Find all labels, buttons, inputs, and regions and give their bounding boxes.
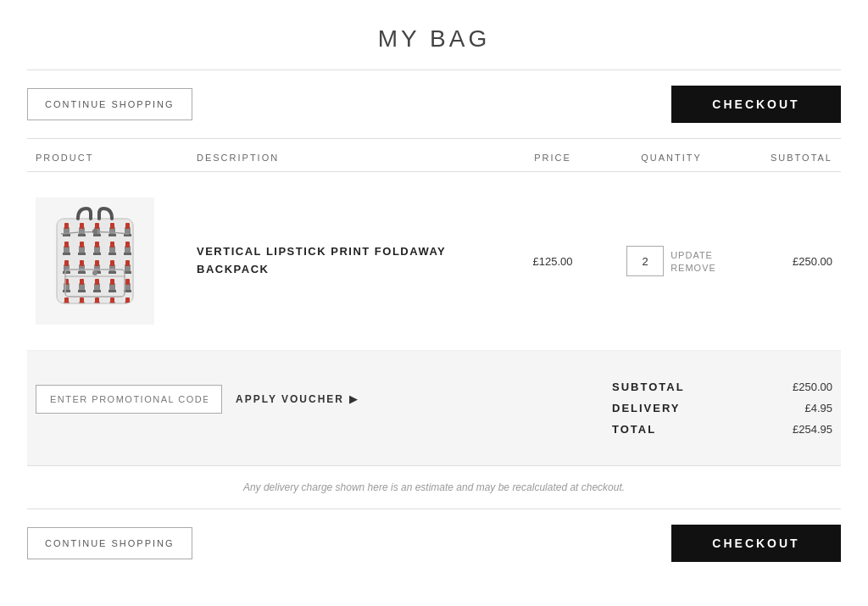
total-row: TOTAL £254.95 xyxy=(612,419,832,440)
product-price: £125.00 xyxy=(502,255,604,268)
total-value: £254.95 xyxy=(793,423,832,436)
page-title: MY BAG xyxy=(27,25,841,53)
cart-footer-inner: APPLY VOUCHER ▶ SUBTOTAL £250.00 DELIVER… xyxy=(27,376,841,440)
apply-voucher-arrow-icon: ▶ xyxy=(349,393,359,405)
update-link[interactable]: UPDATE xyxy=(670,250,713,260)
col-header-price: PRICE xyxy=(502,153,604,163)
col-header-product: PRODUCT xyxy=(27,153,197,163)
top-action-bar: CONTINUE SHOPPING CHECKOUT xyxy=(27,70,841,139)
product-description-cell: VERTICAL LIPSTICK PRINT FOLDAWAY BACKPAC… xyxy=(197,243,502,279)
promo-code-input[interactable] xyxy=(36,385,222,414)
product-image-svg xyxy=(44,202,146,320)
checkout-button-top[interactable]: CHECKOUT xyxy=(671,86,841,123)
checkout-button-bottom[interactable]: CHECKOUT xyxy=(671,525,841,562)
table-row: VERTICAL LIPSTICK PRINT FOLDAWAY BACKPAC… xyxy=(27,172,841,351)
bottom-action-bar: CONTINUE SHOPPING CHECKOUT xyxy=(27,509,841,587)
product-image-cell xyxy=(27,197,197,325)
promo-section: APPLY VOUCHER ▶ xyxy=(36,376,359,414)
cart-footer: APPLY VOUCHER ▶ SUBTOTAL £250.00 DELIVER… xyxy=(27,351,841,465)
continue-shopping-button-top[interactable]: CONTINUE SHOPPING xyxy=(27,88,192,120)
col-header-subtotal: SUBTOTAL xyxy=(739,153,841,163)
col-header-quantity: QUANTITY xyxy=(604,153,739,163)
product-name: VERTICAL LIPSTICK PRINT FOLDAWAY BACKPAC… xyxy=(197,243,502,279)
apply-voucher-label: APPLY VOUCHER xyxy=(236,393,344,405)
product-subtotal: £250.00 xyxy=(739,255,841,268)
quantity-actions: UPDATE REMOVE xyxy=(670,250,716,273)
subtotal-label: SUBTOTAL xyxy=(612,381,710,393)
page-title-section: MY BAG xyxy=(27,0,841,70)
quantity-input[interactable] xyxy=(626,246,664,276)
table-header: PRODUCT DESCRIPTION PRICE QUANTITY SUBTO… xyxy=(27,139,841,172)
totals-section: SUBTOTAL £250.00 DELIVERY £4.95 TOTAL £2… xyxy=(612,376,832,440)
delivery-disclaimer: Any delivery charge shown here is an est… xyxy=(27,465,841,509)
continue-shopping-button-bottom[interactable]: CONTINUE SHOPPING xyxy=(27,527,192,559)
col-header-description: DESCRIPTION xyxy=(197,153,502,163)
delivery-value: £4.95 xyxy=(804,402,832,414)
delivery-label: DELIVERY xyxy=(612,402,706,414)
quantity-controls: UPDATE REMOVE xyxy=(626,246,716,276)
product-image xyxy=(36,197,154,325)
svg-point-8 xyxy=(92,229,97,234)
quantity-cell: UPDATE REMOVE xyxy=(604,246,739,276)
subtotal-row: SUBTOTAL £250.00 xyxy=(612,376,832,398)
subtotal-value: £250.00 xyxy=(793,381,832,393)
delivery-row: DELIVERY £4.95 xyxy=(612,398,832,419)
apply-voucher-button[interactable]: APPLY VOUCHER ▶ xyxy=(236,393,359,405)
remove-link[interactable]: REMOVE xyxy=(670,263,716,273)
svg-point-7 xyxy=(92,270,97,275)
disclaimer-text: Any delivery charge shown here is an est… xyxy=(243,481,625,493)
total-label: TOTAL xyxy=(612,423,682,436)
